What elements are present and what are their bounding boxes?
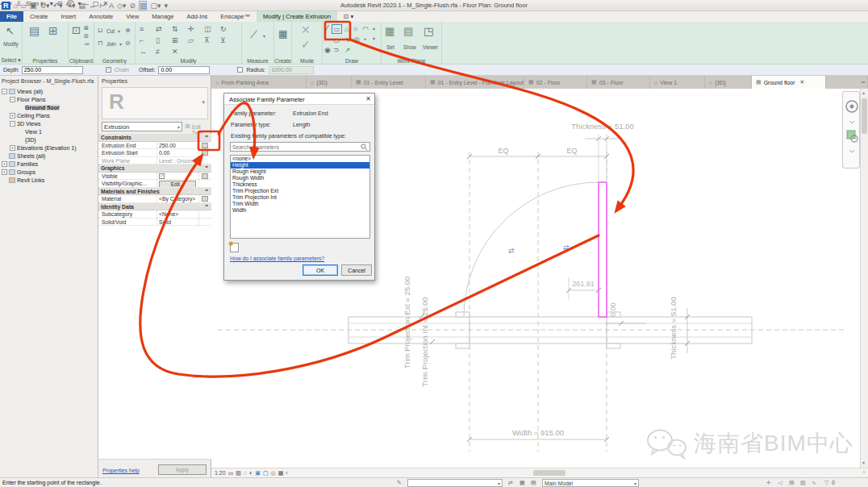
collapse-icon[interactable]: −: [2, 89, 7, 94]
drag-on-selection-icon[interactable]: ∿: [812, 480, 816, 486]
horizontal-scrollbar[interactable]: ›: [291, 468, 868, 477]
tree-item-ceiling-plans[interactable]: +Ceiling Plans: [0, 111, 97, 119]
offset-input[interactable]: [158, 66, 210, 74]
parameter-item[interactable]: Trim Width: [231, 201, 369, 207]
cancel-button[interactable]: Cancel: [341, 264, 372, 276]
reveal-hidden-elements-icon[interactable]: ◎: [271, 470, 276, 477]
group-header-identity-data[interactable]: Identity Data⌃: [98, 203, 211, 211]
temp-dimension-value[interactable]: 261.91: [572, 280, 595, 288]
collapse-bar-icon[interactable]: ‹: [286, 470, 287, 476]
type-selector[interactable]: Extrusion ▾: [102, 122, 182, 131]
modify-cursor-icon[interactable]: ↖: [6, 25, 15, 37]
tree-item-floor-plans[interactable]: −Floor Plans: [0, 95, 97, 103]
draw-scroll-up-icon[interactable]: ▴: [373, 25, 375, 31]
set-work-plane-icon[interactable]: ▦: [385, 25, 394, 37]
view-tab-ground-floor[interactable]: ▦Ground floor✕: [752, 76, 826, 89]
tree-item-sheets[interactable]: Sheets (all): [0, 152, 97, 160]
dialog-help-link[interactable]: How do I associate family parameters?: [230, 256, 324, 261]
parameter-item[interactable]: Width: [231, 207, 369, 214]
parameter-search-box[interactable]: [230, 142, 370, 152]
match-properties-icon[interactable]: ≔: [84, 41, 90, 48]
edit-button[interactable]: Edit...: [159, 181, 196, 187]
thickness-dimension-label[interactable]: Thickness = 51.00: [669, 297, 678, 359]
visible-checkbox[interactable]: [159, 173, 165, 179]
design-options-dropdown[interactable]: Main Model▾: [542, 479, 639, 487]
radius-checkbox[interactable]: [237, 67, 243, 73]
draw-tangent-arc-icon[interactable]: ◡: [333, 35, 340, 44]
create-group-icon[interactable]: ▦: [278, 28, 287, 40]
expand-icon[interactable]: +: [2, 169, 7, 175]
apply-button[interactable]: Apply: [158, 464, 207, 475]
rotate-icon[interactable]: ↻: [220, 25, 227, 33]
edit-type-icon[interactable]: ⊞: [185, 123, 190, 130]
view-tab[interactable]: ▦01 - Entry Level: [352, 76, 426, 89]
expand-icon[interactable]: +: [2, 161, 7, 167]
navbar-caret-icon[interactable]: [849, 121, 854, 123]
collapse-icon[interactable]: −: [10, 121, 15, 127]
sun-path-icon[interactable]: ○: [244, 470, 247, 476]
collapse-chevron-icon[interactable]: ⌃: [204, 135, 209, 141]
collapse-chevron-icon[interactable]: ⌃: [204, 189, 209, 195]
property-row-extrusion-end[interactable]: Extrusion End 250.00: [98, 142, 211, 150]
panel-properties-label[interactable]: Properties: [23, 58, 68, 64]
view-tab[interactable]: ⌂From Parking Area: [211, 76, 307, 89]
chevron-down-icon[interactable]: ▾: [177, 124, 180, 130]
finish-sketch-icon[interactable]: ✓: [301, 38, 311, 51]
collapse-icon[interactable]: −: [10, 97, 15, 102]
show-work-plane-icon[interactable]: ▤: [403, 25, 413, 37]
wall-thickness-dimension[interactable]: Thickness = 51.00: [669, 297, 690, 359]
tree-item-3d-views[interactable]: −3D Views: [0, 119, 97, 127]
collapse-chevron-icon[interactable]: ⌃: [204, 204, 209, 210]
chain-checkbox[interactable]: [106, 67, 111, 73]
cut-label[interactable]: Cut: [106, 28, 115, 34]
trim-icon[interactable]: ⌐: [140, 36, 144, 44]
new-parameter-icon[interactable]: ✱: [230, 243, 239, 252]
eq-label[interactable]: EQ: [566, 147, 577, 155]
split-with-gap-icon[interactable]: ≠: [156, 48, 160, 56]
tree-item-elevations[interactable]: +Elevations (Elevation 1): [0, 144, 97, 152]
property-row-visibility-graphics[interactable]: Visibility/Graphic... Edit...: [98, 180, 211, 188]
scrollbar-thumb[interactable]: [533, 470, 565, 476]
pick-lines-icon[interactable]: ◉: [324, 46, 331, 54]
tree-item-3d[interactable]: {3D}: [0, 135, 97, 144]
tree-item-families[interactable]: +Families: [0, 160, 97, 168]
extrusion-door-panel[interactable]: [599, 182, 607, 317]
panel-mode-label[interactable]: Mode: [292, 58, 322, 64]
editable-only-icon[interactable]: ⇄: [508, 480, 513, 486]
group-header-graphics[interactable]: Graphics⌃: [98, 164, 211, 173]
group-header-constraints[interactable]: Constraints⌃: [98, 134, 211, 142]
cut-caret-icon[interactable]: ▾: [118, 28, 120, 34]
set-button-label[interactable]: Set: [382, 44, 399, 50]
view-tab[interactable]: ⌂{3D}: [307, 76, 352, 89]
property-row-solid-void[interactable]: Solid/Void Solid: [98, 219, 211, 227]
associate-parameter-button[interactable]: [202, 196, 208, 202]
tab-create[interactable]: Create: [23, 11, 55, 22]
panel-measure-label[interactable]: Measure: [242, 58, 273, 64]
properties-palette-icon[interactable]: ▤: [29, 24, 40, 37]
cut-geometry-icon[interactable]: ⊔: [98, 27, 102, 34]
panel-draw-label[interactable]: Draw: [323, 58, 381, 64]
scroll-up-icon[interactable]: ▴: [862, 89, 865, 95]
tab-manage[interactable]: Manage: [145, 11, 180, 22]
copy-icon[interactable]: ⊞: [84, 33, 89, 40]
scale-button[interactable]: 1:20: [215, 470, 226, 476]
parameter-item-selected[interactable]: Height: [231, 162, 369, 169]
temporary-dimension[interactable]: 261.91: [566, 277, 601, 300]
draw-line-icon[interactable]: ╱: [324, 25, 328, 33]
draw-fillet-arc-icon[interactable]: ⌐: [324, 35, 328, 44]
property-row-visible[interactable]: Visible: [98, 173, 211, 181]
group-header-materials[interactable]: Materials and Finishes⌃: [98, 188, 211, 196]
type-preview[interactable]: R ▾: [102, 87, 208, 119]
modify-button-label[interactable]: Modify: [0, 41, 22, 47]
tree-item-ground-floor[interactable]: Ground floor: [0, 103, 97, 111]
trim-int-dimension-label[interactable]: Trim Projection Int = 25.00: [420, 297, 429, 386]
vertical-scrollbar[interactable]: ▴ ▾: [860, 89, 868, 468]
zero-dimension-value[interactable]: 0.00: [609, 302, 617, 317]
join-label[interactable]: Join: [106, 41, 116, 47]
move-icon[interactable]: ✛: [188, 25, 194, 33]
work-plane-viewer-icon[interactable]: ◳: [424, 25, 433, 37]
thickness-dimension-label[interactable]: Thickness = 51.00: [571, 122, 633, 131]
tab-annotate[interactable]: Annotate: [82, 11, 119, 22]
parameter-item[interactable]: Rough Width: [231, 175, 369, 181]
scale-icon[interactable]: ▱: [188, 36, 194, 44]
